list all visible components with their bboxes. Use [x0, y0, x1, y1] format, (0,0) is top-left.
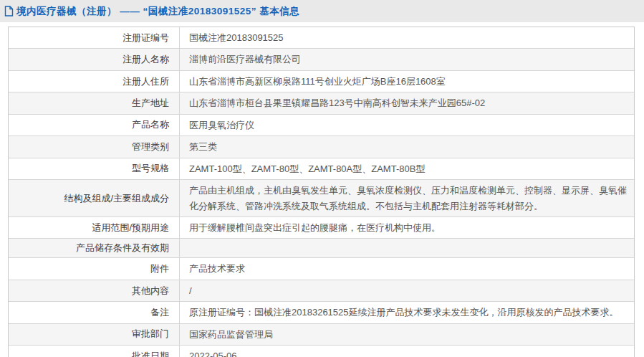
table-row: 生产地址山东省淄博市桓台县果里镇耀昌路123号中南高科创智未来产业园65#-02 [9, 92, 634, 114]
row-label: 产品储存条件及有效期 [9, 239, 180, 257]
row-value: 国家药品监督管理局 [180, 324, 634, 345]
row-value: 淄博前沿医疗器械有限公司 [180, 49, 634, 70]
row-label: 结构及组成/主要组成成分 [9, 180, 180, 216]
table-row: 备注原注册证编号：国械注准20183261525延续注册产品技术要求未发生变化，… [9, 302, 634, 323]
row-label: 其他内容 [9, 280, 180, 301]
row-value: 第三类 [180, 136, 634, 157]
document-icon [4, 6, 14, 16]
row-value: 产品技术要求 [180, 258, 634, 279]
table-row: 管理类别第三类 [9, 136, 634, 158]
table-row: 产品储存条件及有效期 [9, 239, 634, 258]
table-row: 结构及组成/主要组成成分产品由主机组成，主机由臭氧发生单元、臭氧浓度检测仪、压力… [9, 180, 634, 217]
table-row: 审批部门国家药品监督管理局 [9, 324, 634, 346]
row-value: 山东省淄博市高新区柳泉路111号创业火炬广场B座16层1608室 [180, 71, 634, 92]
row-value: 用于缓解腰椎间盘突出症引起的腰腿痛，在医疗机构中使用。 [180, 217, 634, 238]
table-row: 附件产品技术要求 [9, 258, 634, 280]
row-value: 山东省淄博市桓台县果里镇耀昌路123号中南高科创智未来产业园65#-02 [180, 92, 634, 113]
row-value: 产品由主机组成，主机由臭氧发生单元、臭氧浓度检测仪、压力和温度检测单元、控制器、… [180, 180, 634, 216]
row-label: 产品名称 [9, 115, 180, 135]
row-value: 2022-05-06 [180, 346, 634, 357]
row-label: 生产地址 [9, 92, 180, 113]
row-label: 注册人名称 [9, 49, 180, 70]
row-label: 注册证编号 [9, 27, 180, 48]
row-value: 原注册证编号：国械注准20183261525延续注册产品技术要求未发生变化，沿用… [180, 302, 634, 323]
row-value: 医用臭氧治疗仪 [180, 115, 634, 135]
page-title: 境内医疗器械（注册） —— “国械注准20183091525” 基本信息 [16, 5, 299, 18]
table-row: 注册人名称淄博前沿医疗器械有限公司 [9, 49, 634, 70]
row-label: 适用范围/预期用途 [9, 217, 180, 238]
table-row: 批准日期2022-05-06 [9, 346, 634, 357]
row-label: 管理类别 [9, 136, 180, 157]
row-value: / [180, 280, 634, 301]
table-row: 产品名称医用臭氧治疗仪 [9, 115, 634, 136]
row-label: 审批部门 [9, 324, 180, 345]
row-value: 国械注准20183091525 [180, 27, 634, 48]
page-header: 境内医疗器械（注册） —— “国械注准20183091525” 基本信息 [0, 0, 644, 22]
row-value: ZAMT-100型、ZAMT-80型、ZAMT-80A型、ZAMT-80B型 [180, 158, 634, 179]
table-row: 其他内容/ [9, 280, 634, 302]
table-row: 型号规格ZAMT-100型、ZAMT-80型、ZAMT-80A型、ZAMT-80… [9, 158, 634, 180]
table-row: 注册证编号国械注准20183091525 [9, 27, 634, 49]
row-value [180, 239, 634, 257]
table-row: 注册人住所山东省淄博市高新区柳泉路111号创业火炬广场B座16层1608室 [9, 71, 634, 92]
row-label: 批准日期 [9, 346, 180, 357]
registration-info-table: 注册证编号国械注准20183091525 注册人名称淄博前沿医疗器械有限公司 注… [8, 27, 635, 357]
row-label: 附件 [9, 258, 180, 279]
row-label: 注册人住所 [9, 71, 180, 92]
row-label: 备注 [9, 302, 180, 323]
row-label: 型号规格 [9, 158, 180, 179]
table-row: 适用范围/预期用途用于缓解腰椎间盘突出症引起的腰腿痛，在医疗机构中使用。 [9, 217, 634, 239]
